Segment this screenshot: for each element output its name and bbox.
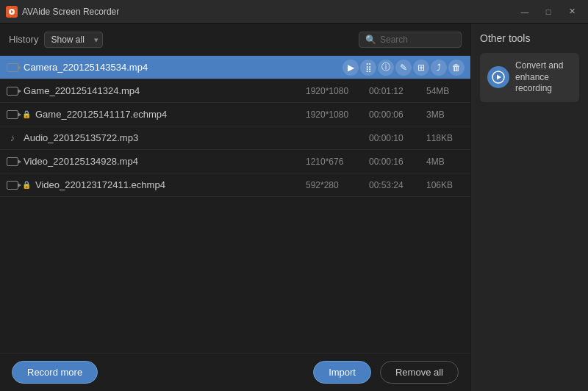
row-actions: ▶⣿ⓘ✎⊞⤴🗑	[343, 60, 465, 76]
bottom-bar: Record more Import Remove all	[0, 353, 470, 391]
file-list: Camera_220125143534.mp4▶⣿ⓘ✎⊞⤴🗑Game_22012…	[0, 56, 470, 353]
record-more-button[interactable]: Record more	[12, 361, 98, 384]
file-duration: 00:00:06	[369, 110, 422, 120]
search-input[interactable]	[380, 35, 453, 45]
file-name: Game_220125141117.echmp4	[35, 109, 301, 120]
folder-action[interactable]: ⊞	[413, 60, 429, 76]
lock-icon: 🔒	[22, 110, 31, 118]
search-icon: 🔍	[365, 35, 376, 45]
titlebar-left: AVAide Screen Recorder	[6, 6, 119, 18]
info-action[interactable]: ⓘ	[378, 60, 394, 76]
file-row[interactable]: Game_220125141324.mp41920*108000:01:1254…	[0, 79, 470, 103]
close-button[interactable]: ✕	[562, 4, 582, 20]
play-action[interactable]: ▶	[343, 60, 359, 76]
file-size: 4MB	[426, 157, 465, 167]
video-icon	[6, 110, 19, 120]
file-row[interactable]: Camera_220125143534.mp4▶⣿ⓘ✎⊞⤴🗑	[0, 56, 470, 79]
file-name: Game_220125141324.mp4	[24, 85, 301, 96]
video-icon	[6, 86, 19, 96]
file-row[interactable]: Video_220125134928.mp41210*67600:00:164M…	[0, 150, 470, 173]
edit-action[interactable]: ✎	[395, 60, 412, 76]
file-size: 106KB	[426, 180, 465, 190]
file-resolution: 1920*1080	[306, 86, 365, 96]
delete-action[interactable]: 🗑	[448, 60, 465, 76]
video-icon	[6, 180, 19, 190]
app-title: AVAide Screen Recorder	[22, 7, 119, 17]
file-row[interactable]: 🔒Video_220123172411.echmp4592*28000:53:2…	[0, 173, 470, 197]
file-size: 54MB	[426, 86, 465, 96]
file-duration: 00:00:16	[369, 157, 422, 167]
history-label: History	[9, 34, 38, 45]
file-row[interactable]: 🔒Game_220125141117.echmp41920*108000:00:…	[0, 103, 470, 126]
file-size: 3MB	[426, 110, 465, 120]
window-controls: — □ ✕	[514, 4, 582, 20]
file-name: Audio_220125135722.mp3	[24, 132, 301, 143]
search-box: 🔍	[359, 32, 462, 48]
right-panel: Other tools Convert and enhance recordin…	[470, 24, 588, 391]
lock-icon: 🔒	[22, 181, 31, 189]
history-select[interactable]: Show all	[44, 32, 103, 48]
video-icon	[6, 62, 19, 73]
main-layout: History Show all 🔍 Camera_220125143534.m…	[0, 24, 588, 391]
video-icon	[6, 157, 19, 167]
minimize-button[interactable]: —	[514, 4, 535, 20]
file-name: Video_220123172411.echmp4	[35, 179, 301, 190]
remove-all-button[interactable]: Remove all	[380, 361, 459, 384]
right-panel-title: Other tools	[480, 32, 579, 44]
toolbar: History Show all 🔍	[0, 24, 470, 56]
audio-icon: ♪	[6, 133, 19, 143]
file-duration: 00:01:12	[369, 86, 422, 96]
svg-marker-3	[497, 75, 501, 80]
history-select-wrapper[interactable]: Show all	[44, 32, 103, 48]
file-resolution: 1920*1080	[306, 110, 365, 120]
share-action[interactable]: ⤴	[431, 60, 447, 76]
file-duration: 00:00:10	[369, 133, 422, 143]
tool-card-convert[interactable]: Convert and enhance recording	[480, 53, 579, 102]
app-icon	[6, 6, 18, 18]
convert-tool-label: Convert and enhance recording	[515, 60, 572, 95]
left-panel: History Show all 🔍 Camera_220125143534.m…	[0, 24, 470, 391]
titlebar: AVAide Screen Recorder — □ ✕	[0, 0, 588, 24]
convert-tool-icon	[487, 66, 509, 88]
file-size: 118KB	[426, 133, 465, 143]
maximize-button[interactable]: □	[538, 4, 559, 20]
file-name: Video_220125134928.mp4	[24, 156, 301, 167]
file-name: Camera_220125143534.mp4	[24, 62, 338, 73]
file-resolution: 1210*676	[306, 157, 365, 167]
file-resolution: 592*280	[306, 180, 365, 190]
file-row[interactable]: ♪Audio_220125135722.mp300:00:10118KB	[0, 126, 470, 150]
waveform-action[interactable]: ⣿	[360, 60, 376, 76]
import-button[interactable]: Import	[313, 361, 371, 384]
file-duration: 00:53:24	[369, 180, 422, 190]
